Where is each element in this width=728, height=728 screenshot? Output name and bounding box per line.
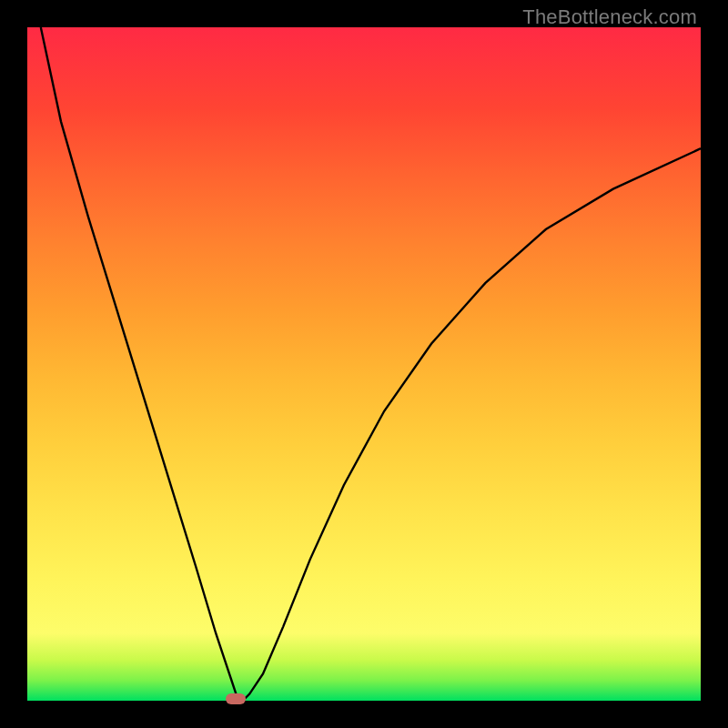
minimum-marker: [226, 693, 246, 704]
bottleneck-curve: [27, 27, 701, 701]
chart-frame: TheBottleneck.com: [0, 0, 728, 728]
watermark-text: TheBottleneck.com: [522, 5, 697, 29]
plot-area: [27, 27, 701, 701]
